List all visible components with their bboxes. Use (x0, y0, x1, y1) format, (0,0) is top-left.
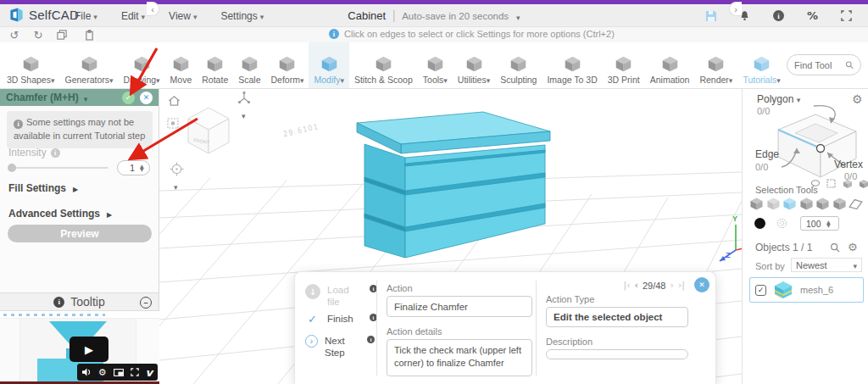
next-step-button[interactable]: Next Step i (305, 335, 375, 359)
last-step-icon[interactable] (678, 280, 685, 291)
object-name: mesh_6 (800, 285, 833, 295)
menu-edit[interactable]: Edit (121, 10, 145, 22)
autosave-status[interactable]: Auto-save in 20 seconds (402, 11, 509, 21)
tool-3d-shapes[interactable]: 3D Shapes (2, 42, 59, 88)
next-step-icon[interactable] (670, 280, 673, 291)
tool-scale[interactable]: Scale (233, 42, 265, 88)
collapse-right-panel-tab[interactable] (729, 2, 742, 16)
undo-icon[interactable] (7, 27, 22, 42)
split-cube-icon[interactable] (832, 197, 847, 211)
color-swatch[interactable] (754, 218, 765, 229)
tool-drawing[interactable]: Drawing (119, 42, 165, 88)
lasso-icon[interactable] (810, 179, 821, 189)
orbit-mode-icon[interactable] (170, 162, 184, 180)
edge-mode-selector[interactable]: Edge (755, 148, 779, 160)
tool-modify[interactable]: Modify (309, 42, 348, 88)
tutorial-video[interactable] (0, 311, 159, 384)
first-step-icon[interactable] (623, 280, 630, 291)
tool-categories: 3D Shapes Generators Drawing Move Rotate… (2, 42, 786, 88)
copy-icon[interactable] (54, 27, 70, 42)
intensity-slider-handle[interactable] (8, 164, 16, 172)
save-icon[interactable] (704, 9, 717, 22)
tool-move[interactable]: Move (165, 42, 198, 88)
tool-tools[interactable]: Tools (418, 42, 453, 88)
edges-cube-icon[interactable] (782, 197, 797, 211)
info-icon[interactable]: i (772, 9, 785, 22)
object-visibility-checkbox[interactable]: ✓ (755, 285, 766, 296)
vertex-mode-selector[interactable]: Vertex (834, 159, 863, 170)
advanced-settings-toggle[interactable]: Advanced Settings (8, 208, 112, 220)
tool-generators[interactable]: Generators (59, 42, 118, 88)
view-cube[interactable]: FRONT (186, 106, 231, 155)
video-play-button[interactable] (70, 337, 108, 362)
solid-cube-icon[interactable] (749, 197, 764, 211)
apply-check-button[interactable] (122, 92, 135, 104)
volume-icon[interactable] (82, 368, 92, 376)
caret-down-icon[interactable] (174, 178, 178, 193)
polygon-mode-selector[interactable]: Polygon (757, 93, 800, 105)
collapse-tooltip-button[interactable] (140, 297, 152, 309)
caret-down-icon[interactable] (242, 107, 246, 122)
fullscreen-icon[interactable] (840, 9, 853, 22)
previous-step-icon[interactable] (635, 280, 638, 291)
section-cube-icon[interactable] (815, 197, 830, 211)
plane-icon[interactable] (849, 197, 863, 211)
tool-stitch-scoop[interactable]: Stitch & Scoop (349, 42, 418, 88)
tool-sculpting[interactable]: Sculpting (495, 42, 542, 88)
tool-deform[interactable]: Deform (265, 42, 309, 88)
fill-settings-toggle[interactable]: Fill Settings (8, 182, 78, 194)
texture-sphere-icon[interactable] (776, 218, 787, 229)
tool-3d-print[interactable]: 3D Print (603, 42, 645, 88)
stepper-arrows[interactable]: ▲▼ (826, 220, 831, 227)
find-tool-search[interactable] (787, 54, 861, 75)
vimeo-icon[interactable] (146, 366, 153, 379)
document-title[interactable]: Cabinet (348, 9, 386, 22)
description-label: Description (546, 337, 593, 347)
shortcuts-icon[interactable]: % (806, 9, 819, 22)
find-tool-input[interactable] (794, 60, 840, 70)
pip-icon[interactable] (114, 369, 124, 376)
search-icon[interactable] (830, 242, 840, 253)
tool-render[interactable]: Render (694, 42, 737, 88)
tool-animation[interactable]: Animation (645, 42, 695, 88)
action-type-field[interactable]: Edit the selected object (546, 307, 688, 327)
description-field[interactable] (546, 349, 688, 359)
tool-image-to-3d[interactable]: Image To 3D (542, 42, 602, 88)
object-list-item[interactable]: ✓ mesh_6 (749, 277, 864, 303)
vertex-cube-icon[interactable] (799, 197, 814, 211)
cube-icon (20, 55, 42, 73)
menu-settings[interactable]: Settings (220, 10, 264, 22)
home-view-icon[interactable] (168, 95, 181, 110)
screenshot-icon[interactable] (167, 117, 179, 132)
paint-select-icon[interactable] (843, 179, 853, 189)
action-details-field[interactable]: Tick the check mark (upper left corner) … (387, 339, 532, 376)
wireframe-cube-icon[interactable] (766, 197, 781, 211)
cancel-close-button[interactable] (140, 92, 153, 104)
stepper-arrows[interactable]: ▲▼ (140, 164, 144, 171)
tool-utilities[interactable]: Utilities (453, 42, 495, 88)
perspective-mode-icon[interactable] (237, 92, 251, 109)
tool-tutorials[interactable]: Tutorials (737, 42, 785, 88)
finish-step[interactable]: Finish i (305, 313, 377, 326)
video-settings-icon[interactable] (98, 367, 107, 378)
fill-select-icon[interactable] (859, 179, 868, 189)
preview-button[interactable]: Preview (8, 225, 152, 242)
menu-view[interactable]: View (169, 10, 197, 22)
video-fullscreen-icon[interactable] (131, 368, 139, 376)
intensity-value-box: ▲▼ (117, 160, 150, 175)
clipboard-icon[interactable] (81, 27, 97, 42)
opacity-input[interactable] (806, 219, 826, 229)
menu-file[interactable]: File (75, 10, 97, 22)
tool-rotate[interactable]: Rotate (197, 42, 233, 88)
sort-order-select[interactable]: Newest (791, 258, 862, 272)
load-file-step[interactable]: Load file i (305, 284, 377, 309)
intensity-input[interactable] (125, 163, 140, 173)
marquee-select-icon[interactable] (826, 179, 837, 189)
caret-down-icon[interactable] (84, 90, 88, 105)
intensity-slider-track[interactable] (8, 167, 108, 169)
selfcad-logo[interactable]: SelfCAD (8, 7, 79, 23)
redo-icon[interactable] (31, 27, 46, 42)
close-tutorial-button[interactable] (694, 277, 709, 292)
objects-settings-gear-icon[interactable] (848, 241, 858, 253)
action-value-field[interactable]: Finalize Chamfer (387, 296, 532, 317)
